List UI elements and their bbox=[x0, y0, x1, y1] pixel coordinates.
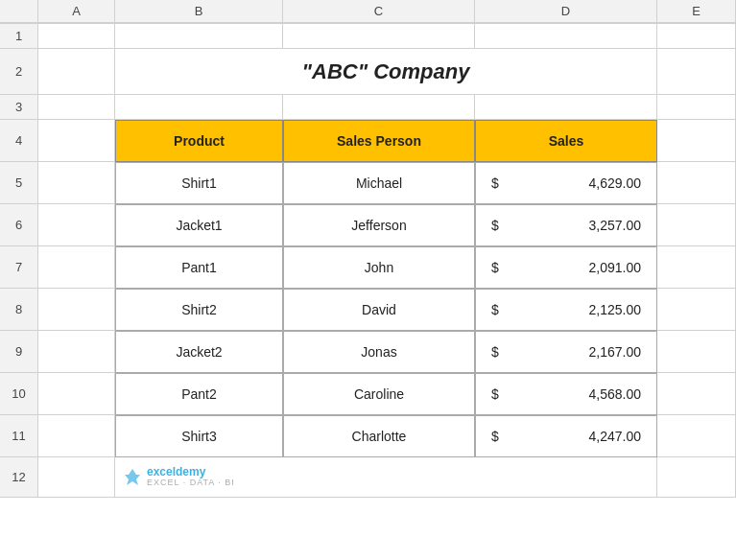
column-headers: A B C D E bbox=[0, 0, 736, 24]
row-num-11: 11 bbox=[0, 415, 38, 457]
row-num-12: 12 bbox=[0, 457, 38, 498]
row-num-8: 8 bbox=[0, 289, 38, 331]
cell-12a[interactable] bbox=[38, 457, 115, 498]
cell-10c-person[interactable]: Caroline bbox=[283, 373, 475, 415]
cell-1a[interactable] bbox=[38, 24, 115, 49]
header-sales[interactable]: Sales bbox=[475, 120, 657, 162]
watermark-subtext: EXCEL · DATA · BI bbox=[147, 478, 235, 488]
dollar-sign: $ bbox=[491, 344, 499, 360]
cell-6b-product[interactable]: Jacket1 bbox=[115, 204, 283, 246]
cell-7d-sales[interactable]: $ 2,091.00 bbox=[475, 246, 657, 289]
header-product[interactable]: Product bbox=[115, 120, 283, 162]
row-num-9: 9 bbox=[0, 331, 38, 373]
amount: 3,257.00 bbox=[589, 218, 642, 233]
cell-8b-product[interactable]: Shirt2 bbox=[115, 289, 283, 331]
cell-11d-sales[interactable]: $ 4,247.00 bbox=[475, 415, 657, 457]
row-9: 9 Jacket2 Jonas $ 2,167.00 bbox=[0, 331, 736, 373]
amount: 2,125.00 bbox=[589, 302, 642, 317]
cell-2a[interactable] bbox=[38, 49, 115, 95]
cell-10b-product[interactable]: Pant2 bbox=[115, 373, 283, 415]
cell-3b[interactable] bbox=[115, 95, 283, 120]
dollar-sign: $ bbox=[491, 386, 499, 402]
cell-8e[interactable] bbox=[657, 289, 736, 331]
spreadsheet: A B C D E 1 2 "ABC" Company 3 bbox=[0, 0, 736, 560]
dollar-sign: $ bbox=[491, 260, 499, 275]
cell-1e[interactable] bbox=[657, 24, 736, 49]
cell-7c-person[interactable]: John bbox=[283, 246, 475, 289]
cell-4e[interactable] bbox=[657, 120, 736, 162]
cell-11e[interactable] bbox=[657, 415, 736, 457]
cell-5b-product[interactable]: Shirt1 bbox=[115, 162, 283, 204]
row-num-7: 7 bbox=[0, 246, 38, 289]
amount: 4,568.00 bbox=[589, 386, 642, 402]
row-11: 11 Shirt3 Charlotte $ 4,247.00 bbox=[0, 415, 736, 457]
row-10: 10 Pant2 Caroline $ 4,568.00 bbox=[0, 373, 736, 415]
header-sales-person[interactable]: Sales Person bbox=[283, 120, 475, 162]
cell-5a[interactable] bbox=[38, 162, 115, 204]
title-cell[interactable]: "ABC" Company bbox=[115, 49, 657, 95]
cell-5d-sales[interactable]: $ 4,629.00 bbox=[475, 162, 657, 204]
cell-1d[interactable] bbox=[475, 24, 657, 49]
cell-3e[interactable] bbox=[657, 95, 736, 120]
cell-2e[interactable] bbox=[657, 49, 736, 95]
cell-7a[interactable] bbox=[38, 246, 115, 289]
cell-6c-person[interactable]: Jefferson bbox=[283, 204, 475, 246]
row-12: 12 exceldemy EXCEL · DATA · BI bbox=[0, 457, 736, 498]
cell-10a[interactable] bbox=[38, 373, 115, 415]
cell-4a[interactable] bbox=[38, 120, 115, 162]
row-5: 5 Shirt1 Michael $ 4,629.00 bbox=[0, 162, 736, 204]
row-num-10: 10 bbox=[0, 373, 38, 415]
row-8: 8 Shirt2 David $ 2,125.00 bbox=[0, 289, 736, 331]
cell-8a[interactable] bbox=[38, 289, 115, 331]
row-num-3: 3 bbox=[0, 95, 38, 120]
amount: 4,247.00 bbox=[589, 429, 642, 444]
cell-11a[interactable] bbox=[38, 415, 115, 457]
amount: 2,167.00 bbox=[589, 344, 642, 360]
cell-11c-person[interactable]: Charlotte bbox=[283, 415, 475, 457]
dollar-sign: $ bbox=[491, 175, 499, 191]
col-header-d: D bbox=[475, 0, 657, 23]
cell-9b-product[interactable]: Jacket2 bbox=[115, 331, 283, 373]
row-3: 3 bbox=[0, 95, 736, 120]
watermark-cell: exceldemy EXCEL · DATA · BI bbox=[115, 457, 657, 498]
row-num-4: 4 bbox=[0, 120, 38, 162]
cell-5c-person[interactable]: Michael bbox=[283, 162, 475, 204]
col-header-c: C bbox=[283, 0, 475, 23]
row-num-1: 1 bbox=[0, 24, 38, 49]
amount: 2,091.00 bbox=[589, 260, 642, 275]
row-num-6: 6 bbox=[0, 204, 38, 246]
amount: 4,629.00 bbox=[589, 175, 642, 191]
cell-3a[interactable] bbox=[38, 95, 115, 120]
rows-container: 1 2 "ABC" Company 3 4 Product bbox=[0, 24, 736, 560]
dollar-sign: $ bbox=[491, 429, 499, 444]
cell-7b-product[interactable]: Pant1 bbox=[115, 246, 283, 289]
cell-8c-person[interactable]: David bbox=[283, 289, 475, 331]
cell-12e[interactable] bbox=[657, 457, 736, 498]
cell-5e[interactable] bbox=[657, 162, 736, 204]
cell-9e[interactable] bbox=[657, 331, 736, 373]
cell-1b[interactable] bbox=[115, 24, 283, 49]
dollar-sign: $ bbox=[491, 302, 499, 317]
cell-9c-person[interactable]: Jonas bbox=[283, 331, 475, 373]
cell-7e[interactable] bbox=[657, 246, 736, 289]
cell-6a[interactable] bbox=[38, 204, 115, 246]
corner-cell bbox=[0, 0, 38, 23]
cell-8d-sales[interactable]: $ 2,125.00 bbox=[475, 289, 657, 331]
cell-1c[interactable] bbox=[283, 24, 475, 49]
cell-6e[interactable] bbox=[657, 204, 736, 246]
cell-9a[interactable] bbox=[38, 331, 115, 373]
row-num-2: 2 bbox=[0, 49, 38, 95]
cell-3c[interactable] bbox=[283, 95, 475, 120]
watermark: exceldemy EXCEL · DATA · BI bbox=[123, 466, 235, 488]
col-header-a: A bbox=[38, 0, 115, 23]
col-header-e: E bbox=[657, 0, 736, 23]
cell-3d[interactable] bbox=[475, 95, 657, 120]
cell-6d-sales[interactable]: $ 3,257.00 bbox=[475, 204, 657, 246]
row-2: 2 "ABC" Company bbox=[0, 49, 736, 95]
svg-marker-0 bbox=[125, 469, 140, 485]
dollar-sign: $ bbox=[491, 218, 499, 233]
cell-10d-sales[interactable]: $ 4,568.00 bbox=[475, 373, 657, 415]
cell-9d-sales[interactable]: $ 2,167.00 bbox=[475, 331, 657, 373]
cell-11b-product[interactable]: Shirt3 bbox=[115, 415, 283, 457]
cell-10e[interactable] bbox=[657, 373, 736, 415]
